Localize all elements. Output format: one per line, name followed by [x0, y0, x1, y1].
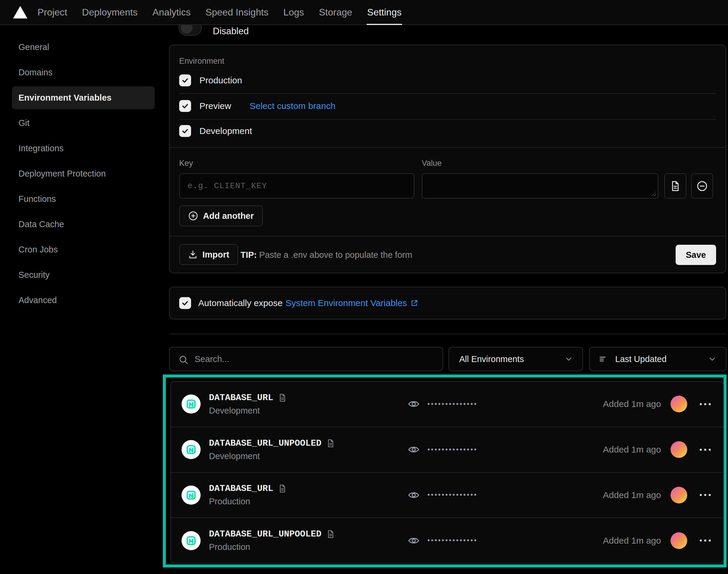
env-var-name: DATABASE_URL_UNPOOLED: [209, 438, 322, 448]
sidebar-item-cron-jobs[interactable]: Cron Jobs: [12, 238, 155, 261]
key-input[interactable]: [179, 173, 414, 199]
nav-tab-logs[interactable]: Logs: [283, 0, 304, 25]
sidebar-item-git[interactable]: Git: [12, 112, 155, 134]
system-env-link[interactable]: System Environment Variables: [286, 298, 407, 308]
nav-tab-analytics[interactable]: Analytics: [152, 0, 191, 25]
sidebar-item-domains[interactable]: Domains: [12, 61, 155, 84]
production-checkbox[interactable]: [179, 74, 191, 86]
added-timestamp: Added 1m ago: [603, 490, 661, 500]
sidebar-item-functions[interactable]: Functions: [12, 188, 155, 210]
top-nav: Project Deployments Analytics Speed Insi…: [0, 0, 728, 25]
document-icon: [670, 180, 681, 192]
plus-circle-icon: [188, 211, 198, 221]
note-icon[interactable]: [278, 484, 287, 493]
env-var-name: DATABASE_URL: [209, 484, 273, 494]
env-var-environment: Production: [209, 497, 287, 506]
system-env-checkbox[interactable]: [179, 297, 191, 309]
sidebar-item-environment-variables[interactable]: Environment Variables: [12, 86, 155, 109]
nav-tab-project[interactable]: Project: [37, 0, 68, 25]
save-button[interactable]: Save: [676, 245, 716, 265]
settings-sidebar: General Domains Environment Variables Gi…: [0, 25, 169, 574]
sidebar-item-general[interactable]: General: [12, 36, 155, 59]
sidebar-item-data-cache[interactable]: Data Cache: [12, 213, 155, 236]
note-icon[interactable]: [326, 530, 335, 539]
env-var-environment: Development: [209, 406, 287, 416]
environment-section-label: Environment: [179, 56, 224, 66]
divider: [179, 119, 716, 120]
env-var-row: DATABASE_URL_UNPOOLED Development ••••••…: [171, 426, 723, 472]
tip-text: TIP: Paste a .env above to populate the …: [241, 250, 412, 260]
eye-icon[interactable]: [408, 489, 420, 501]
textarea-resize-handle[interactable]: [651, 192, 656, 196]
neon-logo-icon: [181, 395, 201, 414]
section-divider: [169, 334, 726, 334]
disabled-toggle-label: Disabled: [213, 25, 249, 38]
environment-production-row: Production: [179, 74, 242, 86]
key-label: Key: [179, 159, 193, 168]
remove-row-button[interactable]: [691, 173, 713, 199]
select-custom-branch-link[interactable]: Select custom branch: [250, 101, 335, 111]
env-var-form-card: Environment Production Preview Select cu…: [169, 45, 726, 273]
nav-tab-storage[interactable]: Storage: [318, 0, 353, 25]
import-button[interactable]: Import: [179, 244, 238, 265]
environment-filter-value: All Environments: [459, 354, 564, 364]
search-input[interactable]: [195, 347, 437, 371]
sidebar-item-advanced[interactable]: Advanced: [12, 289, 155, 312]
development-checkbox[interactable]: [179, 125, 191, 137]
row-menu-button[interactable]: [699, 400, 711, 408]
sidebar-item-integrations[interactable]: Integrations: [12, 137, 155, 160]
nav-tab-speed-insights[interactable]: Speed Insights: [205, 0, 269, 25]
user-avatar: [671, 441, 687, 458]
divider: [179, 93, 716, 94]
env-var-row: DATABASE_URL Production •••••••••••••• A…: [171, 472, 723, 518]
row-menu-button[interactable]: [699, 446, 711, 454]
environment-filter-dropdown[interactable]: All Environments: [448, 347, 583, 371]
sidebar-item-deployment-protection[interactable]: Deployment Protection: [12, 162, 155, 185]
neon-logo-icon: [181, 531, 201, 550]
env-var-environment: Development: [209, 451, 335, 461]
development-checkbox-label: Development: [200, 126, 252, 136]
footer-divider: [170, 236, 726, 236]
add-another-button[interactable]: Add another: [179, 205, 263, 226]
sidebar-item-security[interactable]: Security: [12, 263, 155, 286]
nav-tab-deployments[interactable]: Deployments: [82, 0, 138, 25]
external-link-icon[interactable]: [410, 299, 419, 308]
value-input[interactable]: [422, 173, 658, 199]
eye-icon[interactable]: [408, 398, 420, 410]
env-var-name: DATABASE_URL: [209, 393, 273, 403]
filters-row: All Environments Last Updated: [169, 347, 726, 371]
eye-icon[interactable]: [408, 535, 420, 546]
environment-preview-row: Preview Select custom branch: [179, 100, 335, 112]
paste-env-file-button[interactable]: [664, 173, 686, 199]
sort-dropdown[interactable]: Last Updated: [589, 347, 727, 371]
disabled-toggle-row: Disabled: [169, 25, 726, 43]
system-env-prefix: Automatically expose: [198, 298, 283, 308]
row-menu-button[interactable]: [699, 491, 711, 499]
checkmark-icon: [181, 102, 189, 110]
masked-value: ••••••••••••••: [427, 536, 478, 544]
chevron-down-icon: [564, 354, 573, 364]
disabled-toggle[interactable]: [179, 25, 202, 36]
note-icon[interactable]: [326, 439, 335, 448]
production-checkbox-label: Production: [200, 75, 242, 85]
masked-value: ••••••••••••••: [427, 491, 478, 499]
env-var-name: DATABASE_URL_UNPOOLED: [209, 529, 322, 539]
value-label: Value: [422, 159, 442, 168]
note-icon[interactable]: [278, 393, 287, 402]
preview-checkbox-label: Preview: [200, 101, 231, 111]
added-timestamp: Added 1m ago: [603, 536, 661, 546]
system-env-row: Automatically expose System Environment …: [179, 287, 419, 319]
row-menu-button[interactable]: [699, 536, 711, 544]
env-var-row: DATABASE_URL Development •••••••••••••• …: [171, 382, 723, 426]
eye-icon[interactable]: [408, 444, 420, 455]
search-box: [169, 347, 443, 371]
user-avatar: [671, 487, 687, 503]
import-label: Import: [202, 250, 229, 259]
nav-tab-settings[interactable]: Settings: [367, 0, 402, 25]
neon-logo-icon: [181, 486, 201, 505]
nav-tabs: Project Deployments Analytics Speed Insi…: [37, 0, 402, 25]
vercel-logo-icon[interactable]: [13, 6, 28, 18]
preview-checkbox[interactable]: [179, 100, 191, 112]
sort-icon: [598, 354, 608, 364]
checkmark-icon: [181, 299, 189, 307]
